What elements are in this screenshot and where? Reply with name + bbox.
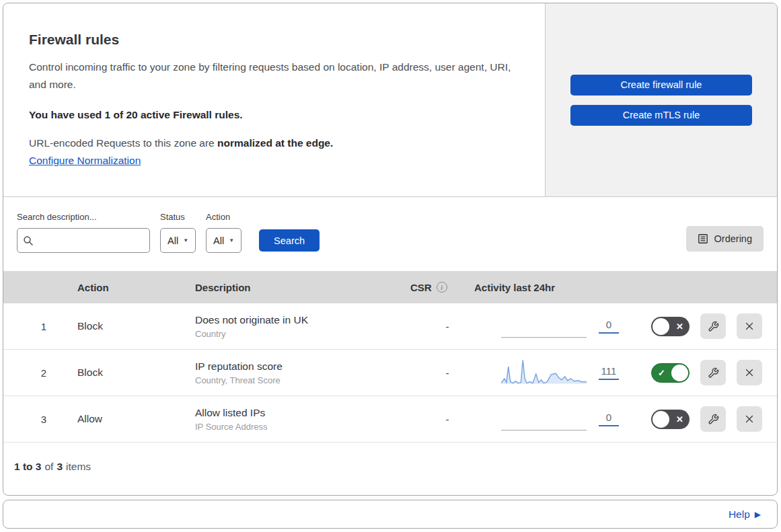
actions-panel: Create firewall rule Create mTLS rule [545,3,777,196]
row-csr-value: - [407,367,471,379]
status-select[interactable]: All ▼ [160,228,196,253]
table-row: 1 Block Does not originate in UK Country… [3,303,777,350]
row-csr-value: - [407,414,471,425]
row-controls: ✕ [619,313,777,339]
row-csr-value: - [407,321,471,332]
normalization-text: URL-encoded Requests to this zone are [29,137,217,149]
toggle-knob [671,365,688,381]
filter-bar: Search description... Status All ▼ Actio… [3,197,777,271]
table-row: 3 Allow Allow listed IPs IP Source Addre… [3,396,777,443]
action-label: Action [206,212,241,222]
pagination-of: of [44,461,53,473]
row-fields: IP Source Address [195,422,407,432]
row-description-cell: Allow listed IPs IP Source Address [192,407,407,432]
row-activity-cell: 0 [471,405,619,433]
normalization-bold: normalized at the edge. [217,137,333,149]
create-firewall-rule-button[interactable]: Create firewall rule [570,75,752,96]
chevron-down-icon: ▼ [229,237,234,243]
page-description: Control incoming traffic to your zone by… [29,59,518,94]
delete-rule-button[interactable] [737,360,762,385]
row-action: Allow [74,413,192,425]
configure-normalization-link[interactable]: Configure Normalization [29,155,141,167]
status-label: Status [160,212,196,222]
row-index: 3 [3,414,74,425]
list-icon [698,233,708,244]
toggle-state-icon: ✓ [658,369,665,377]
table-body: 1 Block Does not originate in UK Country… [3,303,777,443]
search-icon [23,235,34,246]
wrench-icon [708,321,719,332]
hero-text: Firewall rules Control incoming traffic … [3,3,545,196]
status-value: All [168,235,178,246]
search-button[interactable]: Search [259,229,320,252]
delete-rule-button[interactable] [737,313,762,339]
pagination-items: items [66,461,91,473]
activity-column-header: Activity last 24hr [471,282,619,293]
row-controls: ✓ [619,360,777,385]
row-activity-cell: 0 [471,312,619,340]
csr-column-header: CSR i [407,282,471,293]
help-link[interactable]: Help ▶ [729,508,761,521]
pagination: 1 to 3 of 3 items [3,443,777,490]
row-controls: ✕ [619,406,777,432]
usage-summary: You have used 1 of 20 active Firewall ru… [29,109,518,121]
create-mtls-rule-button[interactable]: Create mTLS rule [570,105,752,126]
row-description-cell: IP reputation score Country, Threat Scor… [192,360,407,385]
help-bar: Help ▶ [3,500,778,529]
wrench-icon [708,367,719,379]
wrench-icon [708,414,719,425]
ordering-button[interactable]: Ordering [686,226,764,252]
arrow-right-icon: ▶ [755,510,761,519]
search-input[interactable] [34,235,144,247]
row-description: Does not originate in UK [195,314,407,326]
info-icon[interactable]: i [437,282,447,293]
normalization-note: URL-encoded Requests to this zone are no… [29,137,518,149]
toggle-knob [653,318,669,335]
toggle-knob [653,411,669,428]
search-label: Search description... [17,212,150,222]
chevron-down-icon: ▼ [183,237,188,243]
activity-count-link[interactable]: 0 [599,319,619,334]
edit-rule-button[interactable] [700,313,726,339]
row-index: 1 [3,321,74,332]
toggle-state-icon: ✕ [676,415,683,424]
pagination-range: 1 to 3 [14,461,41,473]
activity-sparkline [501,358,587,387]
row-description: IP reputation score [195,360,407,373]
page-title: Firewall rules [29,32,518,48]
hero-section: Firewall rules Control incoming traffic … [3,3,777,197]
edit-rule-button[interactable] [700,360,726,385]
action-select[interactable]: All ▼ [206,228,241,253]
activity-sparkline [501,405,587,433]
action-column-header: Action [74,282,192,293]
firewall-rules-card: Firewall rules Control incoming traffic … [3,3,778,496]
activity-count-link[interactable]: 0 [599,412,619,426]
toggle-state-icon: ✕ [676,322,683,331]
close-icon [743,367,755,379]
close-icon [743,320,755,332]
ordering-label: Ordering [714,233,752,244]
row-index: 2 [3,367,74,379]
edit-rule-button[interactable] [700,406,726,432]
row-fields: Country [195,329,407,339]
activity-sparkline [501,312,587,340]
enable-toggle[interactable]: ✓ [651,363,690,383]
row-description: Allow listed IPs [195,407,407,419]
row-action: Block [74,320,192,332]
row-fields: Country, Threat Score [195,375,407,385]
search-input-wrapper [17,228,150,253]
delete-rule-button[interactable] [737,406,762,432]
close-icon [743,413,755,425]
enable-toggle[interactable]: ✕ [651,410,690,429]
pagination-total: 3 [57,461,63,473]
help-label: Help [729,508,750,521]
activity-count-link[interactable]: 111 [599,365,619,380]
table-row: 2 Block IP reputation score Country, Thr… [3,350,777,396]
row-activity-cell: 111 [471,358,619,387]
row-description-cell: Does not originate in UK Country [192,314,407,339]
row-action: Block [74,367,192,379]
table-header: Action Description CSR i Activity last 2… [3,271,777,303]
action-value: All [213,235,224,246]
enable-toggle[interactable]: ✕ [651,317,690,336]
description-column-header: Description [192,282,407,293]
